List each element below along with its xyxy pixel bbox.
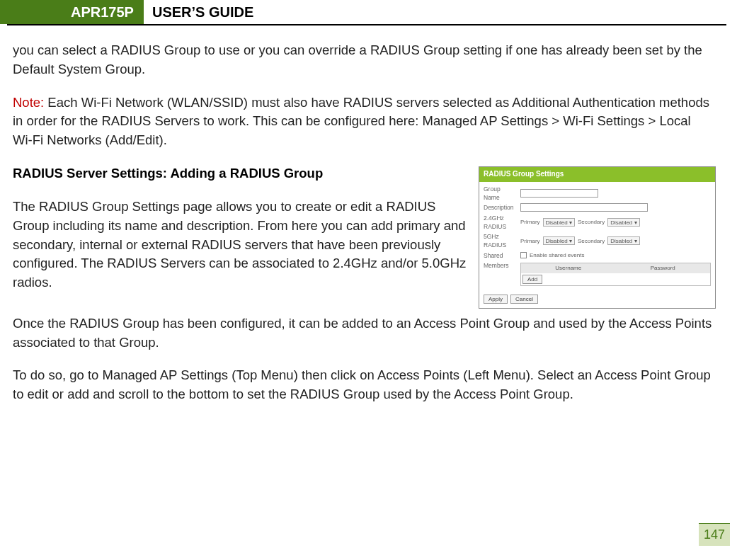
- fig-sub-secondary: Secondary: [578, 218, 605, 227]
- fig-label-5ghz: 5GHz RADIUS: [484, 232, 518, 250]
- fig-cancel-button[interactable]: Cancel: [510, 295, 538, 304]
- page-content: you can select a RADIUS Group to use or …: [0, 25, 737, 404]
- paragraph: To do so, go to Managed AP Settings (Top…: [13, 366, 716, 404]
- note-label: Note:: [13, 95, 44, 110]
- note-text: Each Wi‑Fi Network (WLAN/SSID) must also…: [13, 95, 709, 148]
- note-paragraph: Note: Each Wi‑Fi Network (WLAN/SSID) mus…: [13, 93, 716, 150]
- fig-checkbox-label: Enable shared events: [530, 251, 584, 260]
- fig-th-password: Password: [616, 263, 711, 273]
- paragraph: you can select a RADIUS Group to use or …: [13, 41, 716, 79]
- fig-sub-secondary-5: Secondary: [578, 237, 605, 246]
- fig-label-group-name: Group Name: [484, 185, 518, 202]
- fig-label-description: Description: [484, 203, 518, 212]
- fig-apply-button[interactable]: Apply: [484, 295, 508, 304]
- fig-th-username: Username: [521, 263, 616, 273]
- page-number: 147: [704, 527, 725, 542]
- fig-select-24-secondary[interactable]: Disabled ▾: [607, 218, 639, 227]
- paragraph: Once the RADIUS Group has been configure…: [13, 314, 716, 353]
- guide-title: USER’S GUIDE: [144, 4, 253, 21]
- fig-members-table: Username Password Add: [520, 263, 711, 286]
- fig-select-5-primary[interactable]: Disabled ▾: [543, 236, 575, 245]
- fig-label-members: Members: [484, 261, 518, 270]
- fig-add-button[interactable]: Add: [522, 275, 542, 284]
- fig-sub-primary-5: Primary: [520, 237, 540, 246]
- header-bar: APR175P USER’S GUIDE: [7, 0, 726, 25]
- figure-header: RADIUS Group Settings: [479, 167, 715, 182]
- fig-label-shared: Shared: [484, 251, 518, 260]
- fig-label-24ghz: 2.4GHz RADIUS: [484, 214, 518, 232]
- fig-input-group-name[interactable]: [520, 189, 598, 198]
- fig-select-24-primary[interactable]: Disabled ▾: [543, 218, 575, 227]
- model-badge: APR175P: [0, 0, 144, 24]
- fig-select-5-secondary[interactable]: Disabled ▾: [607, 236, 639, 245]
- fig-input-description[interactable]: [520, 203, 648, 212]
- page-number-box: 147: [699, 523, 730, 546]
- fig-checkbox-shared[interactable]: [520, 252, 527, 258]
- fig-sub-primary: Primary: [520, 218, 540, 227]
- figure-radius-group-settings: RADIUS Group Settings Group Name Descrip…: [479, 166, 716, 309]
